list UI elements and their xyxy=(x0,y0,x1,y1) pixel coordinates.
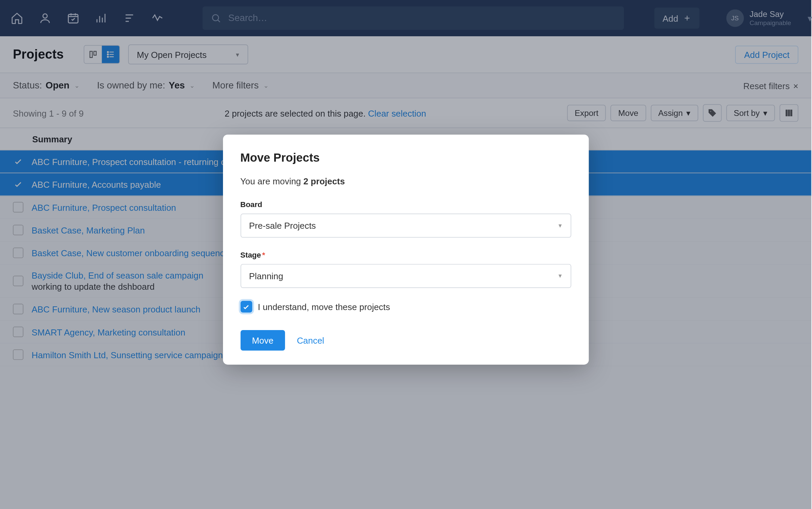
modal-move-button[interactable]: Move xyxy=(240,330,285,350)
modal-intro: You are moving 2 projects xyxy=(240,176,571,186)
modal-overlay[interactable]: Move Projects You are moving 2 projects … xyxy=(0,0,811,509)
modal-actions: Move Cancel xyxy=(240,330,571,350)
required-indicator: * xyxy=(262,250,265,259)
caret-down-icon: ▾ xyxy=(559,272,562,280)
caret-down-icon: ▾ xyxy=(559,222,562,229)
confirm-label: I understand, move these projects xyxy=(258,302,390,311)
modal-cancel-button[interactable]: Cancel xyxy=(297,335,324,345)
board-label: Board xyxy=(240,200,571,209)
move-projects-modal: Move Projects You are moving 2 projects … xyxy=(223,135,588,365)
board-select[interactable]: Pre-sale Projects ▾ xyxy=(240,213,571,238)
stage-label: Stage* xyxy=(240,250,571,259)
check-icon xyxy=(242,303,250,310)
modal-title: Move Projects xyxy=(240,151,571,165)
confirm-row: I understand, move these projects xyxy=(240,301,571,313)
confirm-checkbox[interactable] xyxy=(240,301,252,313)
stage-select[interactable]: Planning ▾ xyxy=(240,264,571,288)
